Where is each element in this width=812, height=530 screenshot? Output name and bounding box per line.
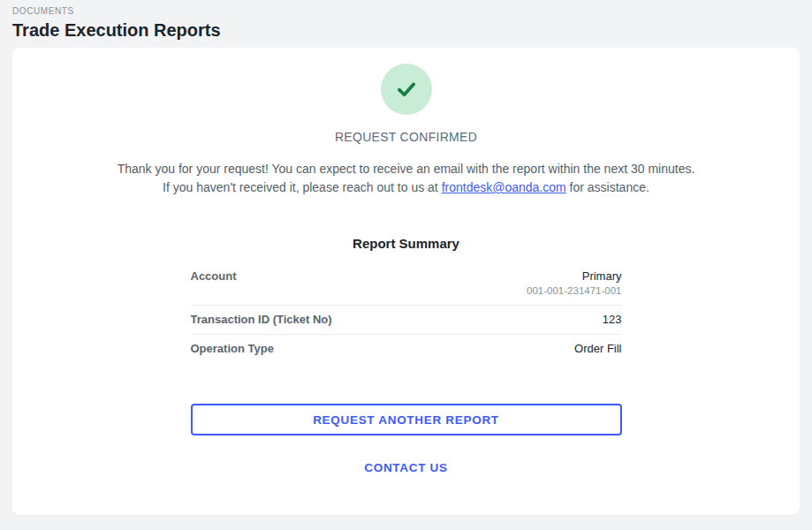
row-value-account: Primary	[527, 269, 621, 284]
checkmark-icon	[393, 76, 420, 102]
row-subvalue-account-number: 001-001-231471-001	[527, 284, 621, 298]
row-label-account: Account	[191, 269, 237, 284]
page-title: Trade Execution Reports	[12, 19, 800, 42]
request-another-report-button[interactable]: REQUEST ANOTHER REPORT	[191, 404, 622, 435]
breadcrumb: DOCUMENTS	[12, 6, 800, 17]
status-title: REQUEST CONFIRMED	[191, 130, 622, 144]
report-summary-title: Report Summary	[191, 236, 622, 251]
message-line2-prefix: If you haven't received it, please reach…	[163, 180, 438, 194]
table-row-operation-type: Operation Type Order Fill	[191, 334, 622, 363]
confirmation-card: REQUEST CONFIRMED Thank you for your req…	[12, 48, 800, 515]
row-label-operation-type: Operation Type	[191, 342, 274, 356]
report-summary-table: Account Primary 001-001-231471-001 Trans…	[191, 262, 622, 363]
table-row-account: Account Primary 001-001-231471-001	[191, 262, 622, 305]
contact-us-link[interactable]: CONTACT US	[191, 461, 622, 474]
row-value-transaction-id: 123	[603, 313, 622, 327]
row-value-operation-type: Order Fill	[574, 342, 621, 356]
table-row-transaction-id: Transaction ID (Ticket No) 123	[191, 305, 622, 334]
confirmation-message: Thank you for your request! You can expe…	[97, 160, 716, 197]
support-email-link[interactable]: frontdesk@oanda.com	[442, 180, 566, 194]
message-line2-suffix: for assistance.	[570, 180, 649, 194]
page-header: DOCUMENTS Trade Execution Reports	[0, 0, 812, 42]
message-line1: Thank you for your request! You can expe…	[118, 162, 695, 176]
check-circle-icon	[381, 64, 432, 115]
row-label-transaction-id: Transaction ID (Ticket No)	[191, 313, 332, 327]
